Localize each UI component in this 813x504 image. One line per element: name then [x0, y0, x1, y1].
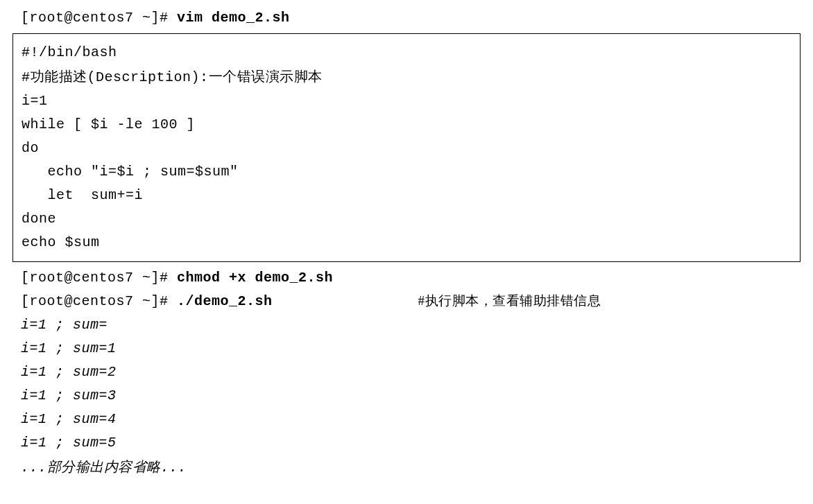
run-comment: #执行脚本，查看辅助排错信息 — [273, 290, 601, 312]
prompt-prefix: [root@centos7 ~]# — [21, 270, 177, 286]
script-line-echo-sum: echo $sum — [22, 231, 791, 254]
run-command: ./demo_2.sh — [177, 293, 273, 309]
terminal-prompt-run: [root@centos7 ~]# ./demo_2.sh #执行脚本，查看辅助… — [21, 290, 813, 313]
output-line: i=1 ; sum=2 — [21, 360, 813, 384]
script-line-description: #功能描述(Description):一个错误演示脚本 — [22, 64, 791, 89]
script-line-echo: echo "i=$i ; sum=$sum" — [22, 160, 791, 184]
terminal-output-section: [root@centos7 ~]# chmod +x demo_2.sh [ro… — [0, 266, 813, 480]
script-line-done: done — [22, 207, 791, 231]
script-content-box: #!/bin/bash #功能描述(Description):一个错误演示脚本 … — [12, 33, 801, 262]
output-ellipsis: ...部分输出内容省略... — [21, 455, 813, 480]
script-line-while: while [ $i -le 100 ] — [22, 113, 791, 137]
output-line: i=1 ; sum=1 — [21, 337, 813, 360]
prompt-prefix: [root@centos7 ~]# — [21, 293, 177, 309]
terminal-prompt-vim: [root@centos7 ~]# vim demo_2.sh — [0, 7, 813, 29]
script-line-shebang: #!/bin/bash — [22, 41, 791, 64]
chmod-command: chmod +x demo_2.sh — [177, 270, 333, 286]
output-line: i=1 ; sum=3 — [21, 384, 813, 408]
output-line: i=1 ; sum=4 — [21, 408, 813, 431]
script-line-let: let sum+=i — [22, 184, 791, 207]
output-line: i=1 ; sum=5 — [21, 431, 813, 455]
prompt-command: vim demo_2.sh — [177, 10, 290, 26]
terminal-prompt-chmod: [root@centos7 ~]# chmod +x demo_2.sh — [21, 266, 813, 290]
script-line-do: do — [22, 137, 791, 160]
prompt-prefix: [root@centos7 ~]# — [21, 10, 177, 26]
output-line: i=1 ; sum= — [21, 313, 813, 337]
script-line-init: i=1 — [22, 89, 791, 113]
